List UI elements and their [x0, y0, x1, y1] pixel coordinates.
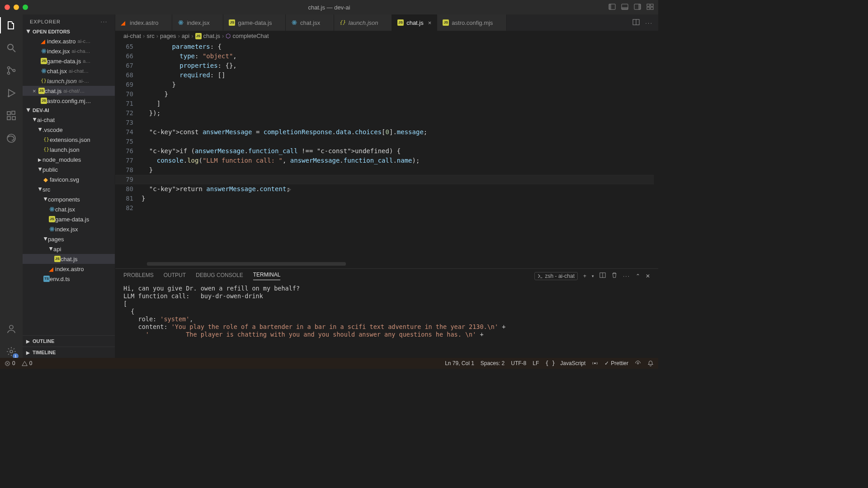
- split-editor-icon[interactable]: [632, 19, 640, 27]
- terminal-output[interactable]: Hi, can you give Dr. owen a refill on my…: [115, 283, 658, 358]
- window-title: chat.js — dev-ai: [308, 4, 350, 11]
- layout-toggle-right-icon[interactable]: [634, 3, 641, 12]
- editor-tab[interactable]: {}launch.json×: [334, 14, 392, 31]
- file-tree-item[interactable]: ▶src: [23, 184, 115, 194]
- function-icon: ⬡: [226, 33, 231, 39]
- file-tree-item[interactable]: ▶public: [23, 164, 115, 174]
- file-tree-item[interactable]: ▶.vscode: [23, 125, 115, 135]
- activity-run-debug-icon[interactable]: [5, 87, 18, 99]
- open-editor-item[interactable]: index.jsxai-cha…: [23, 46, 115, 56]
- js-icon: JS: [195, 33, 202, 39]
- file-tree-item[interactable]: index.jsx: [23, 224, 115, 234]
- file-tree-item[interactable]: ◢index.astro: [23, 264, 115, 274]
- status-spaces[interactable]: Spaces: 2: [481, 360, 505, 366]
- code-editor[interactable]: 65 66 67 68 69 70 71 72 73 74 75 76 77 7…: [115, 41, 658, 268]
- activity-account-icon[interactable]: [5, 323, 18, 335]
- status-warnings[interactable]: 0: [22, 360, 33, 366]
- status-bell-icon[interactable]: [647, 360, 654, 366]
- panel-tab-debug-console[interactable]: DEBUG CONSOLE: [196, 272, 243, 280]
- open-editor-item[interactable]: chat.jsxai-chat…: [23, 66, 115, 76]
- activity-extensions-icon[interactable]: [5, 109, 18, 122]
- status-line-col[interactable]: Ln 79, Col 1: [445, 360, 474, 366]
- svg-point-15: [8, 95, 9, 97]
- svg-point-43: [294, 22, 295, 23]
- window-close-button[interactable]: [5, 5, 10, 10]
- open-editor-item[interactable]: {}launch.jsonai-…: [23, 76, 115, 86]
- file-tree-item[interactable]: TSenv.d.ts: [23, 274, 115, 284]
- svg-point-14: [13, 70, 15, 72]
- svg-point-12: [8, 67, 10, 69]
- svg-point-10: [8, 44, 13, 50]
- status-language[interactable]: { } JavaScript: [545, 360, 585, 366]
- layout-toggle-left-icon[interactable]: [609, 3, 616, 12]
- status-prettier[interactable]: ✓ Prettier: [604, 360, 628, 366]
- svg-point-23: [43, 51, 45, 52]
- file-tree-item[interactable]: ▶ai-chat: [23, 115, 115, 125]
- activity-explorer-icon[interactable]: [5, 19, 18, 32]
- file-tree-item[interactable]: JSchat.js: [23, 254, 115, 264]
- terminal-split-icon[interactable]: [599, 272, 606, 280]
- activity-edge-icon[interactable]: [5, 132, 18, 145]
- svg-rect-9: [651, 7, 653, 9]
- open-editors-section[interactable]: ▶OPEN EDITORS: [23, 27, 115, 36]
- explorer-header: EXPLORER: [30, 19, 61, 24]
- open-editor-item[interactable]: ×JSchat.jsai-chat/…: [23, 86, 115, 96]
- status-eol[interactable]: LF: [533, 360, 539, 366]
- layout-customize-icon[interactable]: [646, 3, 654, 12]
- editor-scrollbar[interactable]: [147, 262, 346, 266]
- status-bar: 0 0 Ln 79, Col 1 Spaces: 2 UTF-8 LF { } …: [0, 358, 658, 369]
- editor-tab[interactable]: index.jsx×: [172, 14, 223, 31]
- file-tree-item[interactable]: chat.jsx: [23, 204, 115, 214]
- terminal-dropdown-icon[interactable]: ▾: [592, 274, 594, 278]
- file-tree-item[interactable]: {}extensions.json: [23, 135, 115, 145]
- file-tree-item[interactable]: ▶node_modules: [23, 155, 115, 164]
- outline-section[interactable]: ▶OUTLINE: [23, 335, 115, 347]
- open-editor-item[interactable]: ◢index.astroai-c…: [23, 36, 115, 46]
- editor-tab[interactable]: JSgame-data.js×: [223, 14, 286, 31]
- open-editor-item[interactable]: JSgame-data.jsa…: [23, 56, 115, 66]
- svg-rect-1: [609, 4, 611, 9]
- activity-source-control-icon[interactable]: [5, 64, 18, 77]
- file-tree-item[interactable]: ▶api: [23, 244, 115, 254]
- project-section[interactable]: ▶DEV-AI: [23, 106, 115, 115]
- panel-tab-problems[interactable]: PROBLEMS: [123, 272, 154, 280]
- activity-search-icon[interactable]: [5, 42, 18, 54]
- tab-more-icon[interactable]: ···: [645, 19, 653, 26]
- open-editor-item[interactable]: JSastro.config.mj…: [23, 96, 115, 106]
- editor-tab[interactable]: chat.jsx×: [286, 14, 334, 31]
- file-tree-item[interactable]: ▶components: [23, 194, 115, 204]
- panel-tab-output[interactable]: OUTPUT: [164, 272, 186, 280]
- panel-tab-terminal[interactable]: TERMINAL: [253, 272, 281, 280]
- terminal-new-icon[interactable]: +: [583, 273, 586, 279]
- status-errors[interactable]: 0: [5, 360, 15, 366]
- editor-tab[interactable]: ◢index.astro×: [115, 14, 172, 31]
- bottom-panel: PROBLEMS OUTPUT DEBUG CONSOLE TERMINAL z…: [115, 268, 658, 358]
- svg-rect-17: [7, 117, 10, 120]
- svg-point-55: [637, 362, 639, 364]
- status-feedback-icon[interactable]: [635, 360, 641, 366]
- panel-maximize-icon[interactable]: ⌃: [636, 273, 640, 279]
- terminal-shell-selector[interactable]: zsh - ai-chat: [534, 272, 578, 280]
- file-tree-item[interactable]: ▶pages: [23, 234, 115, 244]
- file-tree-item[interactable]: ◆favicon.svg: [23, 174, 115, 184]
- breadcrumb[interactable]: ai-chat› src› pages› api› JS chat.js› ⬡ …: [115, 31, 658, 41]
- explorer-more-icon[interactable]: ···: [101, 19, 108, 24]
- status-live-icon[interactable]: [592, 360, 598, 366]
- window-minimize-button[interactable]: [14, 5, 19, 10]
- panel-more-icon[interactable]: ···: [623, 273, 630, 279]
- activity-settings-icon[interactable]: 1: [5, 345, 18, 358]
- svg-point-13: [8, 72, 10, 75]
- layout-toggle-bottom-icon[interactable]: [621, 3, 628, 12]
- timeline-section[interactable]: ▶TIMELINE: [23, 347, 115, 358]
- status-encoding[interactable]: UTF-8: [511, 360, 526, 366]
- svg-rect-8: [647, 7, 650, 9]
- file-tree-item[interactable]: JSgame-data.js: [23, 214, 115, 224]
- editor-tab[interactable]: JSchat.js×: [392, 14, 437, 31]
- file-tree-item[interactable]: {}launch.json: [23, 145, 115, 155]
- editor-tabs: ◢index.astro×index.jsx×JSgame-data.js×ch…: [115, 14, 658, 31]
- svg-rect-18: [12, 117, 15, 120]
- editor-tab[interactable]: JSastro.config.mjs×: [437, 14, 507, 31]
- panel-close-icon[interactable]: ✕: [646, 273, 650, 279]
- window-maximize-button[interactable]: [23, 5, 28, 10]
- terminal-trash-icon[interactable]: [611, 272, 618, 280]
